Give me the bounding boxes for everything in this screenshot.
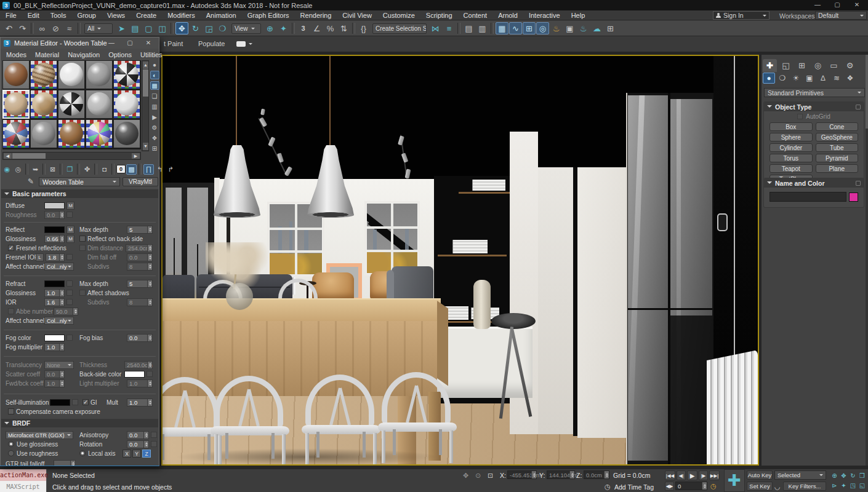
isolate-selection-icon[interactable]: ✥ <box>463 472 468 480</box>
menu-create[interactable]: Create <box>131 12 162 19</box>
toolbar-render-setup[interactable]: ♨ <box>550 22 563 34</box>
me-tool-show-shaded-material-in-viewport[interactable]: ▩ <box>126 164 137 175</box>
gtr-tail-falloff-field[interactable] <box>54 460 76 466</box>
light-multiplier-field[interactable]: 1.0 <box>127 379 153 387</box>
diffuse-map-button[interactable]: M <box>66 202 74 210</box>
roughness-field[interactable]: 0.0 <box>44 211 65 219</box>
ceramic-vase[interactable] <box>473 280 491 329</box>
create-cone[interactable]: Cone <box>816 122 859 131</box>
key-step-toggle[interactable]: ◀▶ <box>665 482 674 491</box>
me-menu-options[interactable]: Options <box>104 51 136 58</box>
toolbar-toggle-layer-explorer[interactable]: ▤ <box>462 22 475 34</box>
panel-scrollbar[interactable] <box>866 55 868 466</box>
back-side-color-swatch[interactable] <box>124 371 145 378</box>
object-color-swatch[interactable] <box>849 192 858 202</box>
track-spotlight[interactable] <box>277 153 284 162</box>
menu-animation[interactable]: Animation <box>201 12 242 19</box>
menu-file[interactable]: File <box>0 12 22 19</box>
panel-category-cameras[interactable]: ▣ <box>803 73 816 84</box>
menu-edit[interactable]: Edit <box>22 12 45 19</box>
pendant-lamp-1[interactable] <box>214 145 260 215</box>
scroll-right-icon[interactable]: ▶ <box>132 153 140 159</box>
me-menu-material[interactable]: Material <box>31 51 63 58</box>
toolbar-redo[interactable]: ↷ <box>16 22 29 34</box>
panel-tab-create[interactable]: ✚ <box>763 59 777 72</box>
toolbar-select-object[interactable]: ➤ <box>115 22 128 34</box>
radiator[interactable] <box>707 350 758 464</box>
toolbar-rendered-frame-window[interactable]: ▣ <box>563 22 576 34</box>
refract-subdivs-field[interactable]: 8 <box>127 298 153 306</box>
track-spotlight[interactable] <box>401 153 409 162</box>
me-tool-make-unique[interactable]: ✤ <box>82 164 92 175</box>
toolbar-select-and-place[interactable]: ❍ <box>216 22 229 34</box>
panel-tab-utilities[interactable]: ⚙ <box>843 59 857 72</box>
panel-category-shapes[interactable]: ❍ <box>776 73 789 84</box>
wardrobe[interactable] <box>626 93 713 464</box>
pendant-lamp-2[interactable] <box>307 145 354 215</box>
me-menu-modes[interactable]: Modes <box>2 51 31 58</box>
toolbar-toggle-scene-explorer[interactable]: ▥ <box>476 22 489 34</box>
add-time-tag[interactable]: Add Time Tag <box>614 483 654 491</box>
rollout-basic-parameters[interactable]: Basic parameters <box>1 189 158 198</box>
toolbar-window-crossing-toggle[interactable]: ◫ <box>156 22 169 34</box>
key-filters-button[interactable]: Key Filters... <box>783 482 826 491</box>
menu-help[interactable]: Help <box>566 12 591 19</box>
material-swatch-14[interactable] <box>86 119 113 148</box>
scroll-down-icon[interactable]: ▼ <box>143 143 148 150</box>
flower-vase[interactable] <box>206 242 270 310</box>
create-box[interactable]: Box <box>770 122 813 131</box>
toolbar-select-and-manipulate[interactable]: ✦ <box>277 22 290 34</box>
me-tool-put-material-to-scene[interactable]: ◎ <box>13 164 23 175</box>
scroll-up-icon[interactable]: ▲ <box>143 62 148 69</box>
fresnel-ior-lock-button[interactable]: L <box>36 253 44 261</box>
roughness-map-checkbox[interactable] <box>66 212 73 218</box>
reflect-subdivs-field[interactable]: 8 <box>127 263 153 271</box>
menu-graph-editors[interactable]: Graph Editors <box>242 12 295 19</box>
menu-modifiers[interactable]: Modifiers <box>162 12 201 19</box>
window-2[interactable] <box>364 201 420 276</box>
material-swatch-11[interactable] <box>2 119 30 148</box>
restore-button[interactable]: ▢ <box>827 0 847 10</box>
workspace-dropdown[interactable]: Default <box>815 11 867 20</box>
minimize-button[interactable]: — <box>808 0 827 10</box>
axis-z-button[interactable]: Z <box>142 450 151 458</box>
selection-lock-icon[interactable]: ⊙ <box>475 472 481 480</box>
large-plus-icon[interactable]: ✚ <box>724 469 745 492</box>
fog-color-map-checkbox[interactable] <box>66 335 73 341</box>
create-geosphere[interactable]: GeoSphere <box>816 133 859 141</box>
panel-category-geometry[interactable]: ● <box>763 73 775 84</box>
refract-glossiness-field[interactable]: 1.0 <box>44 289 65 297</box>
panel-category-systems[interactable]: ❖ <box>844 73 856 84</box>
use-roughness-radio[interactable] <box>8 450 14 456</box>
create-pyramid[interactable]: Pyramid <box>816 154 859 162</box>
object-name-input[interactable] <box>770 192 846 202</box>
toolbar-bind-to-space-warp[interactable]: ≈ <box>63 22 76 34</box>
refract-affect-channels-dropdown[interactable]: Col...nly <box>44 317 74 325</box>
anisotropy-field[interactable]: 0.0 <box>127 431 149 439</box>
me-tool-backlight[interactable]: ◐ <box>150 71 159 79</box>
panel-tab-display[interactable]: ▭ <box>827 59 841 72</box>
fresnel-reflections-checkbox[interactable] <box>8 245 14 251</box>
menu-views[interactable]: Views <box>102 12 131 19</box>
toolbar-align[interactable]: ≡ <box>443 22 456 34</box>
toolbar-named-selection-set-dropdown[interactable]: Create Selection Se <box>372 23 427 34</box>
nav-min-max-toggle[interactable]: ◱ <box>858 480 867 490</box>
nav-field-of-view[interactable]: ⊳ <box>830 480 839 490</box>
refract-color-swatch[interactable] <box>44 280 65 287</box>
create-sphere[interactable]: Sphere <box>770 133 813 141</box>
fwd-bck-coeff-field[interactable]: 1.0 <box>44 379 65 387</box>
next-frame-button[interactable]: |▶ <box>699 470 708 480</box>
refract-glossiness-map-checkbox[interactable] <box>66 290 73 296</box>
menu-scripting[interactable]: Scripting <box>420 12 458 19</box>
me-tool-go-to-parent[interactable]: ↰ <box>155 164 165 175</box>
me-tool-sample-type[interactable]: ● <box>150 60 159 69</box>
toolbar-render-presets[interactable]: ⊞ <box>604 22 617 34</box>
material-type-button[interactable]: VRayMtl <box>123 177 158 186</box>
sign-in-button[interactable]: Sign In <box>713 11 770 20</box>
me-tool-get-material[interactable]: ◉ <box>2 164 12 175</box>
abbe-checkbox[interactable] <box>8 308 14 314</box>
rollout-brdf[interactable]: BRDF <box>1 419 158 427</box>
menu-customize[interactable]: Customize <box>377 12 420 19</box>
material-swatch-1[interactable] <box>2 60 30 89</box>
autogrid-checkbox[interactable] <box>797 114 803 119</box>
